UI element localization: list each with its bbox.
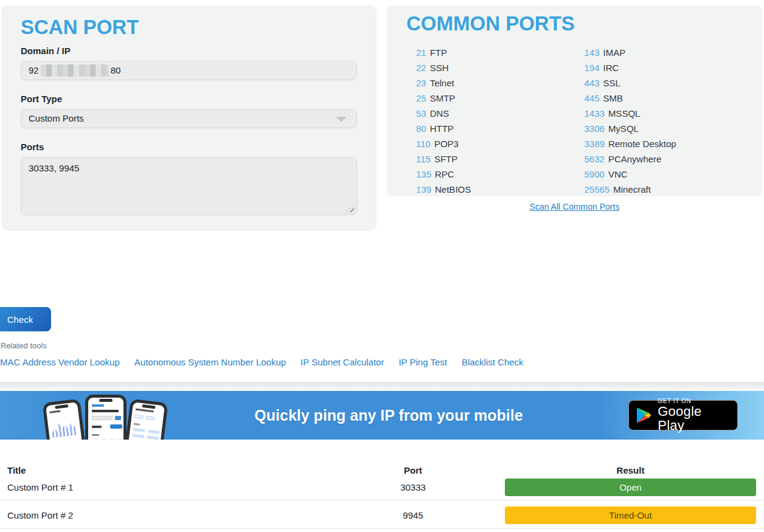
port-service-name: MSSQL [608, 108, 641, 119]
port-link[interactable]: 3389 [585, 139, 605, 149]
list-item: 22SSH [406, 60, 575, 75]
divider [0, 382, 764, 391]
list-item: 25SMTP [406, 91, 575, 106]
port-link[interactable]: 115 [416, 154, 431, 164]
port-link[interactable]: 135 [416, 169, 431, 179]
domain-ip-label: Domain / IP [21, 46, 357, 56]
port-link[interactable]: 5900 [585, 169, 605, 179]
port-link[interactable]: 22 [416, 63, 426, 73]
port-service-name: SSH [430, 63, 449, 73]
related-link-asn-lookup[interactable]: Autonomous System Number Lookup [134, 357, 286, 367]
table-row: Custom Port # 1 30333 Open [0, 478, 764, 496]
list-item: 25565Minecraft [575, 182, 743, 197]
port-service-name: NetBIOS [435, 184, 471, 195]
scan-all-common-ports-wrap: Scan All Common Ports [387, 201, 762, 212]
port-link[interactable]: 80 [416, 123, 426, 134]
port-service-name: VNC [608, 169, 628, 179]
google-play-badge[interactable]: GET IT ON Google Play [628, 400, 738, 430]
port-link[interactable]: 25 [416, 93, 426, 103]
port-link[interactable]: 5632 [585, 154, 605, 164]
related-link-ip-subnet-calculator[interactable]: IP Subnet Calculator [300, 357, 384, 367]
port-link[interactable]: 110 [416, 139, 431, 149]
chevron-down-icon [336, 117, 347, 122]
list-item: 21FTP [406, 45, 575, 60]
divider [0, 500, 764, 500]
port-link[interactable]: 21 [416, 47, 426, 58]
port-service-name: IMAP [603, 47, 626, 58]
port-link[interactable]: 143 [585, 47, 600, 58]
ports-label: Ports [21, 142, 357, 152]
ports-value: 30333, 9945 [29, 163, 79, 173]
related-link-mac-address-vendor-lookup[interactable]: MAC Address Vendor Lookup [0, 357, 120, 367]
common-ports-column-2: 143IMAP 194IRC 443SSL 445SMB 1433MSSQL 3… [575, 45, 743, 197]
list-item: 5900VNC [575, 167, 743, 182]
port-service-name: DNS [430, 108, 450, 119]
phone-mockup-right [123, 399, 168, 440]
results-header-row: Title Port Result [0, 465, 764, 475]
google-play-text: GET IT ON Google Play [658, 398, 730, 433]
related-tools-links: MAC Address Vendor Lookup Autonomous Sys… [0, 357, 524, 367]
list-item: 53DNS [406, 106, 575, 121]
mobile-app-banner: Quickly ping any IP from your mobile GET… [0, 391, 764, 440]
port-type-select[interactable]: Custom Ports [21, 109, 357, 128]
divider [0, 528, 764, 529]
common-ports-column-1: 21FTP 22SSH 23Telnet 25SMTP 53DNS 80HTTP… [406, 45, 575, 197]
domain-ip-input[interactable]: 92 80 [21, 61, 357, 80]
status-badge-timed-out: Timed-Out [505, 506, 756, 524]
page-title: SCAN PORT [21, 16, 357, 39]
list-item: 135RPC [406, 167, 575, 182]
google-play-icon [636, 407, 651, 424]
port-link[interactable]: 23 [416, 78, 426, 88]
port-link[interactable]: 3306 [585, 123, 605, 134]
google-play-label: Google Play [658, 404, 730, 432]
resize-handle-icon[interactable] [347, 205, 354, 212]
port-link[interactable]: 25565 [585, 184, 610, 195]
port-service-name: SSL [603, 78, 620, 88]
ports-textarea[interactable]: 30333, 9945 [21, 157, 357, 215]
list-item: 3389Remote Desktop [575, 136, 743, 151]
port-link[interactable]: 194 [585, 63, 600, 73]
common-ports-panel: COMMON PORTS 21FTP 22SSH 23Telnet 25SMTP… [387, 5, 762, 196]
list-item: 110POP3 [406, 136, 575, 151]
list-item: 5632PCAnywhere [575, 151, 743, 167]
phones-mockup-image [45, 394, 173, 440]
port-service-name: Remote Desktop [608, 139, 676, 149]
banner-headline: Quickly ping any IP from your mobile [254, 407, 523, 424]
list-item: 115SFTP [406, 151, 575, 167]
list-item: 443SSL [575, 75, 743, 91]
port-link[interactable]: 445 [585, 93, 600, 103]
port-service-name: IRC [603, 63, 619, 73]
list-item: 143IMAP [575, 45, 743, 60]
port-service-name: HTTP [430, 123, 454, 134]
row-title: Custom Port # 2 [7, 510, 370, 520]
check-button[interactable]: Check [0, 307, 51, 331]
port-link[interactable]: 1433 [585, 108, 605, 119]
port-link[interactable]: 139 [416, 184, 431, 195]
domain-ip-value-suffix: 80 [111, 65, 121, 75]
list-item: 194IRC [575, 60, 743, 75]
port-service-name: SMB [603, 93, 623, 103]
port-service-name: SMTP [430, 93, 456, 103]
port-link[interactable]: 443 [585, 78, 600, 88]
list-item: 23Telnet [406, 75, 575, 91]
scan-all-common-ports-link[interactable]: Scan All Common Ports [530, 202, 620, 212]
port-service-name: Minecraft [613, 184, 651, 195]
port-link[interactable]: 53 [416, 108, 426, 119]
list-item: 1433MSSQL [575, 106, 743, 121]
phone-mockup-left [43, 399, 88, 440]
port-service-name: FTP [430, 47, 447, 58]
redacted-ip-blur [41, 64, 109, 77]
related-link-blacklist-check[interactable]: Blacklist Check [462, 357, 524, 367]
port-service-name: RPC [435, 169, 454, 179]
related-tools-label: Related tools [1, 341, 47, 350]
port-service-name: Telnet [430, 78, 454, 88]
related-link-ip-ping-test[interactable]: IP Ping Test [398, 357, 447, 367]
scan-port-panel: SCAN PORT Domain / IP 92 80 Port Type Cu… [1, 5, 377, 231]
row-port: 30333 [370, 482, 456, 492]
row-title: Custom Port # 1 [7, 482, 370, 492]
list-item: 445SMB [575, 91, 743, 106]
common-ports-title: COMMON PORTS [406, 12, 743, 35]
port-type-label: Port Type [21, 94, 357, 104]
common-ports-list: 21FTP 22SSH 23Telnet 25SMTP 53DNS 80HTTP… [406, 45, 743, 197]
column-header-title: Title [7, 465, 370, 475]
